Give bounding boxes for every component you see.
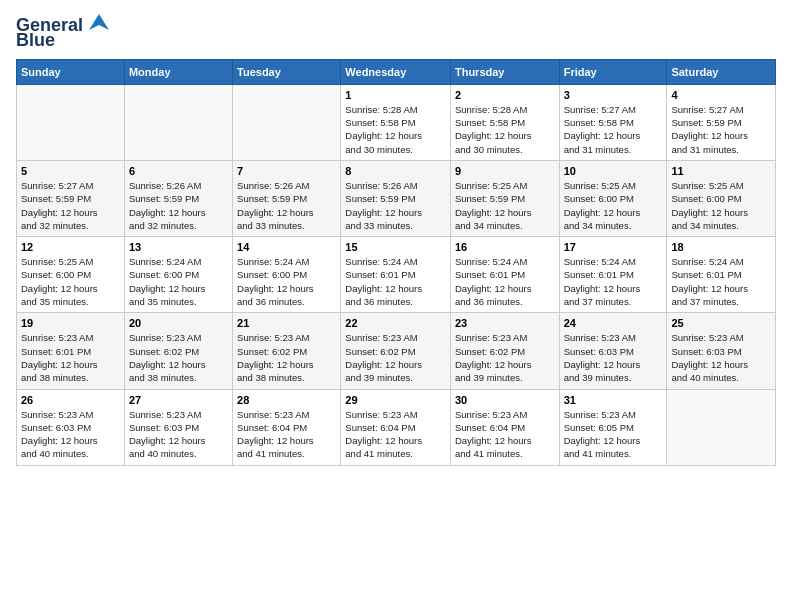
day-number: 29 [345, 394, 446, 406]
calendar-cell: 13Sunrise: 5:24 AMSunset: 6:00 PMDayligh… [124, 237, 232, 313]
day-info: Sunrise: 5:26 AMSunset: 5:59 PMDaylight:… [237, 179, 336, 232]
svg-marker-0 [89, 14, 109, 30]
day-number: 9 [455, 165, 555, 177]
day-info: Sunrise: 5:23 AMSunset: 6:02 PMDaylight:… [455, 331, 555, 384]
day-info: Sunrise: 5:26 AMSunset: 5:59 PMDaylight:… [129, 179, 228, 232]
calendar-cell: 11Sunrise: 5:25 AMSunset: 6:00 PMDayligh… [667, 160, 776, 236]
day-info: Sunrise: 5:25 AMSunset: 6:00 PMDaylight:… [564, 179, 663, 232]
day-number: 5 [21, 165, 120, 177]
calendar-cell: 20Sunrise: 5:23 AMSunset: 6:02 PMDayligh… [124, 313, 232, 389]
day-number: 2 [455, 89, 555, 101]
day-info: Sunrise: 5:25 AMSunset: 5:59 PMDaylight:… [455, 179, 555, 232]
weekday-header-friday: Friday [559, 59, 667, 84]
day-info: Sunrise: 5:24 AMSunset: 6:01 PMDaylight:… [671, 255, 771, 308]
calendar-cell [17, 84, 125, 160]
calendar-week-row: 5Sunrise: 5:27 AMSunset: 5:59 PMDaylight… [17, 160, 776, 236]
day-number: 17 [564, 241, 663, 253]
calendar-cell: 22Sunrise: 5:23 AMSunset: 6:02 PMDayligh… [341, 313, 451, 389]
day-number: 10 [564, 165, 663, 177]
calendar-cell: 1Sunrise: 5:28 AMSunset: 5:58 PMDaylight… [341, 84, 451, 160]
calendar-cell [233, 84, 341, 160]
calendar-cell [667, 389, 776, 465]
calendar-cell: 21Sunrise: 5:23 AMSunset: 6:02 PMDayligh… [233, 313, 341, 389]
day-info: Sunrise: 5:24 AMSunset: 6:01 PMDaylight:… [345, 255, 446, 308]
calendar-cell: 24Sunrise: 5:23 AMSunset: 6:03 PMDayligh… [559, 313, 667, 389]
weekday-header-sunday: Sunday [17, 59, 125, 84]
day-number: 8 [345, 165, 446, 177]
day-number: 26 [21, 394, 120, 406]
day-number: 30 [455, 394, 555, 406]
calendar-cell: 5Sunrise: 5:27 AMSunset: 5:59 PMDaylight… [17, 160, 125, 236]
calendar-cell: 14Sunrise: 5:24 AMSunset: 6:00 PMDayligh… [233, 237, 341, 313]
calendar-cell [124, 84, 232, 160]
calendar-cell: 19Sunrise: 5:23 AMSunset: 6:01 PMDayligh… [17, 313, 125, 389]
calendar-cell: 28Sunrise: 5:23 AMSunset: 6:04 PMDayligh… [233, 389, 341, 465]
calendar-cell: 27Sunrise: 5:23 AMSunset: 6:03 PMDayligh… [124, 389, 232, 465]
calendar-cell: 23Sunrise: 5:23 AMSunset: 6:02 PMDayligh… [450, 313, 559, 389]
calendar-cell: 18Sunrise: 5:24 AMSunset: 6:01 PMDayligh… [667, 237, 776, 313]
weekday-header-thursday: Thursday [450, 59, 559, 84]
day-info: Sunrise: 5:24 AMSunset: 6:00 PMDaylight:… [129, 255, 228, 308]
weekday-header-row: SundayMondayTuesdayWednesdayThursdayFrid… [17, 59, 776, 84]
day-number: 27 [129, 394, 228, 406]
calendar-cell: 29Sunrise: 5:23 AMSunset: 6:04 PMDayligh… [341, 389, 451, 465]
day-number: 11 [671, 165, 771, 177]
calendar-cell: 2Sunrise: 5:28 AMSunset: 5:58 PMDaylight… [450, 84, 559, 160]
day-number: 25 [671, 317, 771, 329]
calendar-cell: 17Sunrise: 5:24 AMSunset: 6:01 PMDayligh… [559, 237, 667, 313]
day-info: Sunrise: 5:25 AMSunset: 6:00 PMDaylight:… [21, 255, 120, 308]
calendar-week-row: 19Sunrise: 5:23 AMSunset: 6:01 PMDayligh… [17, 313, 776, 389]
calendar-week-row: 1Sunrise: 5:28 AMSunset: 5:58 PMDaylight… [17, 84, 776, 160]
day-info: Sunrise: 5:23 AMSunset: 6:03 PMDaylight:… [564, 331, 663, 384]
day-number: 22 [345, 317, 446, 329]
day-info: Sunrise: 5:23 AMSunset: 6:03 PMDaylight:… [21, 408, 120, 461]
calendar-week-row: 26Sunrise: 5:23 AMSunset: 6:03 PMDayligh… [17, 389, 776, 465]
day-info: Sunrise: 5:24 AMSunset: 6:01 PMDaylight:… [564, 255, 663, 308]
day-info: Sunrise: 5:23 AMSunset: 6:04 PMDaylight:… [345, 408, 446, 461]
day-info: Sunrise: 5:27 AMSunset: 5:58 PMDaylight:… [564, 103, 663, 156]
day-number: 6 [129, 165, 228, 177]
day-info: Sunrise: 5:23 AMSunset: 6:01 PMDaylight:… [21, 331, 120, 384]
calendar-cell: 16Sunrise: 5:24 AMSunset: 6:01 PMDayligh… [450, 237, 559, 313]
calendar-cell: 4Sunrise: 5:27 AMSunset: 5:59 PMDaylight… [667, 84, 776, 160]
calendar-table: SundayMondayTuesdayWednesdayThursdayFrid… [16, 59, 776, 466]
day-info: Sunrise: 5:28 AMSunset: 5:58 PMDaylight:… [345, 103, 446, 156]
day-number: 7 [237, 165, 336, 177]
weekday-header-wednesday: Wednesday [341, 59, 451, 84]
calendar-cell: 12Sunrise: 5:25 AMSunset: 6:00 PMDayligh… [17, 237, 125, 313]
calendar-cell: 25Sunrise: 5:23 AMSunset: 6:03 PMDayligh… [667, 313, 776, 389]
day-info: Sunrise: 5:24 AMSunset: 6:01 PMDaylight:… [455, 255, 555, 308]
calendar-cell: 9Sunrise: 5:25 AMSunset: 5:59 PMDaylight… [450, 160, 559, 236]
day-info: Sunrise: 5:23 AMSunset: 6:04 PMDaylight:… [455, 408, 555, 461]
day-info: Sunrise: 5:23 AMSunset: 6:03 PMDaylight:… [129, 408, 228, 461]
day-info: Sunrise: 5:26 AMSunset: 5:59 PMDaylight:… [345, 179, 446, 232]
day-info: Sunrise: 5:23 AMSunset: 6:02 PMDaylight:… [129, 331, 228, 384]
calendar-week-row: 12Sunrise: 5:25 AMSunset: 6:00 PMDayligh… [17, 237, 776, 313]
calendar-cell: 15Sunrise: 5:24 AMSunset: 6:01 PMDayligh… [341, 237, 451, 313]
logo: General Blue [16, 16, 113, 51]
logo-blue-text: Blue [16, 30, 55, 50]
calendar-cell: 31Sunrise: 5:23 AMSunset: 6:05 PMDayligh… [559, 389, 667, 465]
day-number: 21 [237, 317, 336, 329]
day-info: Sunrise: 5:23 AMSunset: 6:05 PMDaylight:… [564, 408, 663, 461]
day-info: Sunrise: 5:28 AMSunset: 5:58 PMDaylight:… [455, 103, 555, 156]
day-number: 28 [237, 394, 336, 406]
day-number: 31 [564, 394, 663, 406]
day-number: 15 [345, 241, 446, 253]
day-number: 19 [21, 317, 120, 329]
day-number: 23 [455, 317, 555, 329]
day-number: 18 [671, 241, 771, 253]
day-info: Sunrise: 5:24 AMSunset: 6:00 PMDaylight:… [237, 255, 336, 308]
day-info: Sunrise: 5:27 AMSunset: 5:59 PMDaylight:… [21, 179, 120, 232]
calendar-cell: 30Sunrise: 5:23 AMSunset: 6:04 PMDayligh… [450, 389, 559, 465]
day-number: 3 [564, 89, 663, 101]
day-info: Sunrise: 5:27 AMSunset: 5:59 PMDaylight:… [671, 103, 771, 156]
day-number: 16 [455, 241, 555, 253]
day-info: Sunrise: 5:23 AMSunset: 6:02 PMDaylight:… [237, 331, 336, 384]
weekday-header-saturday: Saturday [667, 59, 776, 84]
day-number: 4 [671, 89, 771, 101]
page-header: General Blue [16, 16, 776, 51]
day-number: 13 [129, 241, 228, 253]
day-info: Sunrise: 5:23 AMSunset: 6:02 PMDaylight:… [345, 331, 446, 384]
calendar-cell: 26Sunrise: 5:23 AMSunset: 6:03 PMDayligh… [17, 389, 125, 465]
